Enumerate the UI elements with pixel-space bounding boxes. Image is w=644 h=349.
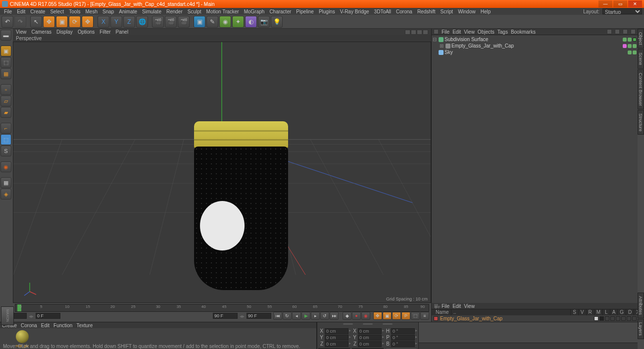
menu-3dtoall[interactable]: 3DToAll: [372, 9, 393, 14]
vis-icon[interactable]: [627, 316, 631, 321]
om-menu-view[interactable]: View: [464, 29, 475, 35]
add-camera[interactable]: 📷: [258, 16, 270, 28]
x-axis-lock[interactable]: X: [98, 16, 109, 28]
mm-menu-edit[interactable]: Edit: [41, 323, 50, 328]
om-menu-bookmarks[interactable]: Bookmarks: [511, 29, 536, 35]
next-key[interactable]: ▸: [311, 312, 320, 320]
frame-in-input[interactable]: [213, 313, 238, 319]
undo-button[interactable]: ↶: [1, 16, 13, 28]
select-tool[interactable]: ↖: [30, 16, 42, 28]
vis-icon[interactable]: [610, 316, 615, 321]
menu-mograph[interactable]: MoGraph: [242, 9, 267, 14]
z-axis-lock[interactable]: Z: [123, 16, 135, 28]
point-mode[interactable]: ▫: [0, 84, 11, 95]
tab-layers[interactable]: Layers: [638, 319, 644, 339]
menu-pipeline[interactable]: Pipeline: [294, 9, 316, 14]
mm-menu-corona[interactable]: Corona: [21, 323, 37, 328]
mm-menu-function[interactable]: Function: [53, 323, 72, 328]
menu-file[interactable]: File: [2, 9, 14, 14]
menu-vray[interactable]: V-Ray Bridge: [338, 9, 371, 14]
prev-key[interactable]: ◂: [292, 312, 301, 320]
goto-start[interactable]: ⏮: [273, 312, 282, 320]
menu-help[interactable]: Help: [479, 9, 493, 14]
redo-button[interactable]: ↷: [14, 16, 26, 28]
add-spline[interactable]: ✎: [206, 16, 218, 28]
coord-system[interactable]: 🌐: [136, 16, 148, 28]
tab-content[interactable]: Content Browser: [638, 69, 644, 109]
menu-select[interactable]: Select: [48, 9, 66, 14]
menu-simulate[interactable]: Simulate: [140, 9, 163, 14]
vp-nav-icon[interactable]: [405, 30, 410, 35]
tab-object[interactable]: Object: [638, 29, 644, 49]
snap-toggle[interactable]: S: [0, 146, 11, 156]
am-menu-view[interactable]: View: [464, 303, 475, 309]
layer-row[interactable]: Empty_Glass_Jar_with_Cap: [432, 315, 644, 322]
pos-z[interactable]: [325, 341, 348, 347]
add-generator[interactable]: ◉: [219, 16, 231, 28]
add-environment[interactable]: ◐: [245, 16, 257, 28]
key-pla[interactable]: ⬚: [411, 312, 420, 320]
poly-mode[interactable]: ▰: [0, 107, 11, 118]
panel-menu-icon[interactable]: [631, 29, 636, 34]
tab-structure[interactable]: Structure: [638, 110, 644, 135]
move-tool[interactable]: ✥: [43, 16, 55, 28]
om-menu-file[interactable]: File: [442, 29, 449, 35]
recent-tool[interactable]: ✥: [82, 16, 94, 28]
edge-mode[interactable]: ▱: [0, 96, 11, 106]
close-button[interactable]: ✕: [628, 0, 642, 7]
rotate-tool[interactable]: ⟳: [69, 16, 81, 28]
panel-grip-icon[interactable]: [434, 29, 439, 34]
size-y[interactable]: [358, 335, 382, 341]
soft-select[interactable]: ◉: [0, 161, 11, 172]
vp-menu-filter[interactable]: Filter: [99, 29, 110, 35]
autokey[interactable]: ●: [352, 312, 361, 320]
size-z[interactable]: [358, 341, 382, 347]
render-view[interactable]: 🎬: [152, 16, 164, 28]
menu-snap[interactable]: Snap: [100, 9, 116, 14]
rot-b[interactable]: [391, 341, 415, 347]
vp-menu-view[interactable]: View: [16, 29, 27, 35]
menu-plugins[interactable]: Plugins: [317, 9, 337, 14]
tab-scene[interactable]: Scene: [638, 49, 644, 69]
goto-end[interactable]: ⏭: [330, 312, 339, 320]
vp-menu-cameras[interactable]: Cameras: [32, 29, 52, 35]
add-light[interactable]: 💡: [271, 16, 283, 28]
eye-icon[interactable]: [623, 29, 628, 34]
tweak-mode[interactable]: ▦: [0, 177, 11, 188]
play-button[interactable]: ▶: [301, 312, 310, 320]
tree-label[interactable]: Sky: [445, 50, 453, 55]
vis-icon[interactable]: [599, 316, 604, 321]
pos-x[interactable]: [325, 328, 348, 334]
menu-render[interactable]: Render: [164, 9, 185, 14]
expand-icon[interactable]: ⊞: [440, 43, 445, 49]
vp-menu-panel[interactable]: Panel: [116, 29, 129, 35]
add-deformer[interactable]: ✦: [232, 16, 244, 28]
render-settings[interactable]: 🎬: [178, 16, 190, 28]
texture-mode[interactable]: ⬚: [0, 57, 11, 68]
tree-label[interactable]: Empty_Glass_Jar_with_Cap: [451, 43, 514, 49]
viewport-mode[interactable]: ⬚: [0, 134, 11, 145]
scale-tool[interactable]: ▣: [56, 16, 68, 28]
key-param[interactable]: P: [401, 312, 410, 320]
key-pos[interactable]: ✥: [373, 312, 382, 320]
rot-p[interactable]: [391, 335, 415, 341]
vis-icon[interactable]: [616, 316, 620, 321]
frame-current-input[interactable]: [36, 313, 60, 319]
menu-tools[interactable]: Tools: [67, 9, 82, 14]
layer-name[interactable]: Empty_Glass_Jar_with_Cap: [440, 316, 502, 321]
vis-icon[interactable]: [594, 316, 598, 321]
home-icon[interactable]: [615, 29, 620, 34]
record-key[interactable]: ◆: [343, 312, 351, 320]
expand-icon[interactable]: ⊟: [433, 37, 438, 42]
size-x[interactable]: [358, 328, 382, 334]
om-menu-edit[interactable]: Edit: [452, 29, 461, 35]
key-rot[interactable]: ⟳: [392, 312, 401, 320]
search-icon[interactable]: [607, 29, 612, 34]
menu-mesh[interactable]: Mesh: [84, 9, 99, 14]
axis-mode[interactable]: ⌐: [0, 123, 11, 134]
vp-menu-options[interactable]: Options: [78, 29, 95, 35]
menu-script[interactable]: Script: [439, 9, 455, 14]
mm-menu-texture[interactable]: Texture: [76, 323, 93, 328]
key-scale[interactable]: ▣: [383, 312, 392, 320]
tree-row[interactable]: ⊞ Empty_Glass_Jar_with_Cap: [433, 43, 637, 49]
